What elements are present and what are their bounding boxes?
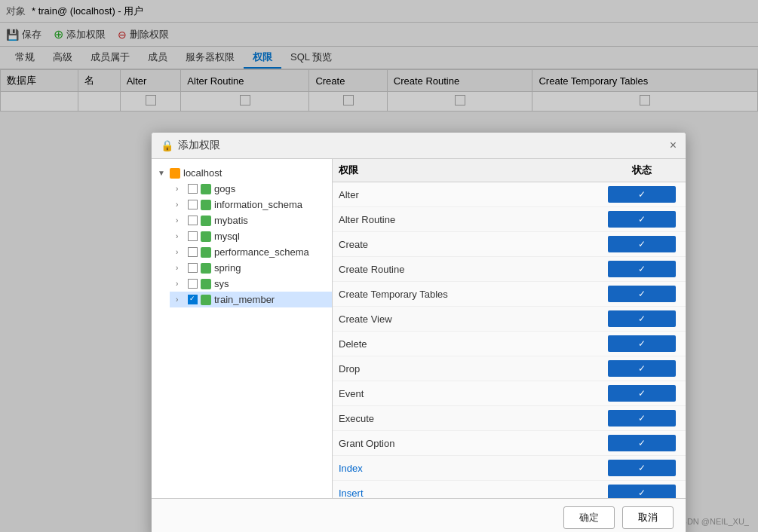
perm-status: ✓	[604, 360, 680, 377]
perm-status: ✓	[604, 410, 680, 427]
tree-label-performance-schema: performance_schema	[214, 246, 309, 258]
expand-icon: ›	[176, 232, 185, 240]
status-badge[interactable]: ✓	[608, 286, 676, 302]
tree-root-label: localhost	[183, 167, 222, 179]
perm-row: Insert✓	[333, 481, 686, 498]
checkbox-mybatis[interactable]	[188, 216, 198, 225]
perm-row: Event✓	[333, 381, 686, 406]
tree-label-gogs: gogs	[214, 183, 235, 194]
perm-row: Create Routine✓	[333, 257, 686, 282]
tree-item-spring[interactable]: › spring	[170, 260, 332, 276]
status-badge[interactable]: ✓	[608, 485, 676, 498]
perm-name: Alter Routine	[339, 214, 604, 225]
perm-row: Alter Routine✓	[333, 207, 686, 232]
perm-row: Execute✓	[333, 406, 686, 431]
status-badge[interactable]: ✓	[608, 186, 676, 203]
tree-label-spring: spring	[214, 262, 241, 274]
confirm-button[interactable]: 确定	[563, 506, 615, 529]
db-icon	[201, 200, 211, 210]
perm-name: Alter	[339, 189, 604, 200]
perm-row: Alter✓	[333, 182, 686, 207]
perm-status: ✓	[604, 335, 680, 352]
perm-row: Create✓	[333, 232, 686, 257]
perm-status: ✓	[604, 460, 680, 476]
perm-status: ✓	[604, 236, 680, 252]
perm-status: ✓	[604, 385, 680, 402]
perm-row: Create View✓	[333, 307, 686, 332]
status-badge[interactable]: ✓	[608, 261, 676, 277]
status-badge[interactable]: ✓	[608, 310, 676, 327]
dialog-close-button[interactable]: ×	[670, 139, 677, 151]
checkbox-mysql[interactable]	[188, 231, 198, 241]
perm-name: Create View	[339, 313, 604, 325]
checkbox-spring[interactable]	[188, 263, 198, 273]
status-badge[interactable]: ✓	[608, 410, 676, 427]
tree-item-sys[interactable]: › sys	[170, 276, 332, 292]
expand-icon: ›	[176, 264, 185, 272]
perm-status: ✓	[604, 435, 680, 451]
perm-status: ✓	[604, 261, 680, 277]
perm-status: ✓	[604, 211, 680, 228]
tree-root-localhost[interactable]: ▼ localhost	[152, 165, 332, 181]
perm-name: Create Temporary Tables	[339, 289, 604, 300]
tree-item-gogs[interactable]: › gogs	[170, 181, 332, 197]
status-badge[interactable]: ✓	[608, 435, 676, 451]
perm-col-status-header: 状态	[604, 164, 680, 177]
perm-name: Create Routine	[339, 264, 604, 275]
checkbox-train-member[interactable]	[188, 295, 198, 304]
perm-status: ✓	[604, 186, 680, 203]
expand-icon: ›	[176, 200, 185, 209]
tree-expand-icon: ▼	[158, 169, 167, 177]
perm-name: Insert	[339, 488, 604, 499]
perm-status: ✓	[604, 286, 680, 302]
perm-row: Create Temporary Tables✓	[333, 282, 686, 307]
add-privilege-dialog: 🔒 添加权限 × ▼ localhost › gogs ›	[151, 132, 686, 532]
dialog-title-container: 🔒 添加权限	[161, 139, 220, 152]
perm-name: Delete	[339, 338, 604, 350]
perm-rows: Alter✓Alter Routine✓Create✓Create Routin…	[333, 182, 686, 498]
checkbox-information-schema[interactable]	[188, 200, 198, 209]
expand-icon: ›	[176, 185, 185, 193]
tree-item-mysql[interactable]: › mysql	[170, 228, 332, 244]
db-icon	[201, 231, 211, 242]
database-tree-panel: ▼ localhost › gogs › information_schema	[152, 159, 333, 498]
tree-item-performance-schema[interactable]: › performance_schema	[170, 244, 332, 260]
db-icon	[201, 184, 211, 194]
server-icon	[170, 168, 180, 179]
status-badge[interactable]: ✓	[608, 211, 676, 228]
perm-name: Event	[339, 388, 604, 399]
tree-children: › gogs › information_schema › mybatis	[152, 181, 332, 307]
tree-item-train-member[interactable]: › train_member	[170, 292, 332, 307]
perm-name: Create	[339, 239, 604, 250]
tree-item-mybatis[interactable]: › mybatis	[170, 212, 332, 228]
expand-icon: ›	[176, 280, 185, 288]
perm-row: Index✓	[333, 456, 686, 481]
dialog-title: 添加权限	[178, 139, 220, 152]
db-icon	[201, 247, 211, 258]
tree-label-mysql: mysql	[214, 231, 240, 242]
tree-label-mybatis: mybatis	[214, 215, 248, 226]
expand-icon: ›	[176, 248, 185, 256]
status-badge[interactable]: ✓	[608, 335, 676, 352]
perm-row: Grant Option✓	[333, 431, 686, 456]
perm-table-header: 权限 状态	[333, 159, 686, 182]
cancel-button[interactable]: 取消	[622, 506, 674, 529]
dialog-header: 🔒 添加权限 ×	[152, 133, 686, 159]
checkbox-gogs[interactable]	[188, 184, 198, 194]
perm-name: Execute	[339, 413, 604, 424]
checkbox-performance-schema[interactable]	[188, 247, 198, 257]
checkbox-sys[interactable]	[188, 279, 198, 289]
status-badge[interactable]: ✓	[608, 360, 676, 377]
db-icon	[201, 216, 211, 226]
perm-row: Delete✓	[333, 332, 686, 356]
status-badge[interactable]: ✓	[608, 460, 676, 476]
tree-label-information-schema: information_schema	[214, 199, 302, 210]
expand-icon: ›	[176, 216, 185, 225]
perm-col-name-header: 权限	[339, 164, 604, 177]
status-badge[interactable]: ✓	[608, 385, 676, 402]
status-badge[interactable]: ✓	[608, 236, 676, 252]
perm-name: Grant Option	[339, 438, 604, 449]
db-icon	[201, 263, 211, 274]
tree-item-information-schema[interactable]: › information_schema	[170, 197, 332, 212]
db-icon	[201, 295, 211, 305]
